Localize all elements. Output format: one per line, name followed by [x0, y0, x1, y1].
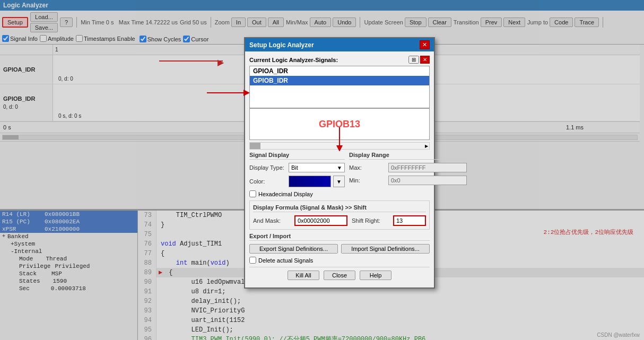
dialog-close-button[interactable]: Close — [324, 271, 355, 280]
dialog-footer: Kill All Close Help — [249, 267, 430, 283]
signals-header-buttons: ⊞ ✕ — [408, 56, 430, 64]
import-btn[interactable]: Import Signal Definitions... — [341, 244, 430, 254]
delete-signals-checkbox[interactable] — [249, 257, 256, 264]
display-type-value: Bit — [291, 164, 298, 171]
max-input[interactable] — [388, 163, 467, 172]
display-range-col: Display Range Max: Min: — [349, 152, 467, 200]
signals-expand-button[interactable]: ⊞ — [408, 56, 419, 64]
export-section: Export / Import Export Signal Definition… — [249, 233, 430, 264]
dropdown-arrow-icon: ▼ — [337, 165, 342, 171]
color-row: Color: ▼ — [249, 176, 345, 187]
export-title: Export / Import — [249, 233, 430, 241]
export-import-row: Export Signal Definitions... Import Sign… — [249, 244, 430, 254]
shift-right-label: Shift Right: — [352, 217, 389, 224]
max-label: Max: — [349, 164, 386, 171]
kill-all-button[interactable]: Kill All — [288, 271, 319, 280]
min-input[interactable] — [388, 176, 467, 185]
export-btn[interactable]: Export Signal Definitions... — [249, 244, 338, 254]
formula-title: Display Formula (Signal & Mask) >> Shift — [253, 204, 426, 212]
scroll-right-btn[interactable]: ▶ — [424, 144, 429, 149]
display-type-row: Display Type: Bit ▼ — [249, 163, 345, 172]
dialog-close-x-button[interactable]: ✕ — [420, 40, 430, 49]
color-gradient — [289, 176, 330, 187]
display-range-title: Display Range — [349, 152, 467, 160]
main-window: Logic Analyzer Setup Load... Save... ? M… — [0, 0, 644, 340]
formula-section: Display Formula (Signal & Mask) >> Shift… — [249, 200, 430, 230]
arrow-down-svg — [329, 125, 350, 151]
dialog-title-text: Setup Logic Analyzer — [249, 41, 314, 49]
signals-header: Current Logic Analyzer-Signals: ⊞ ✕ — [249, 56, 430, 64]
dialog-help-button[interactable]: Help — [360, 271, 391, 280]
hexadecimal-label: Hexadecimal Display — [258, 191, 313, 197]
delete-signals-row: Delete actual Signals — [249, 257, 430, 264]
display-type-dropdown[interactable]: Bit ▼ — [289, 163, 345, 172]
color-picker[interactable] — [289, 176, 331, 187]
color-dropdown-btn[interactable]: ▼ — [333, 176, 345, 187]
signal-list: GPIOA_IDR GPIOB_IDR — [249, 66, 430, 108]
display-type-label: Display Type: — [249, 164, 286, 171]
red-arrow-down — [329, 125, 350, 153]
signal-display-col: Signal Display Display Type: Bit ▼ Color… — [249, 152, 345, 200]
signal-display-title: Signal Display — [249, 152, 345, 160]
hexadecimal-row: Hexadecimal Display — [249, 190, 345, 197]
color-label: Color: — [249, 178, 286, 185]
signals-close-button[interactable]: ✕ — [420, 56, 430, 64]
arrow-svg — [202, 82, 255, 103]
signal-item-gpiob[interactable]: GPIOB_IDR — [250, 76, 429, 85]
shift-right-input[interactable] — [393, 215, 426, 226]
dialog-content: Current Logic Analyzer-Signals: ⊞ ✕ GPIO… — [245, 51, 434, 287]
max-row: Max: — [349, 163, 467, 172]
and-mask-input[interactable] — [294, 215, 347, 226]
scroll-thumb[interactable] — [250, 143, 260, 149]
setup-dialog: Setup Logic Analyzer ✕ Current Logic Ana… — [244, 37, 435, 289]
formula-row: And Mask: Shift Right: — [253, 215, 426, 226]
hexadecimal-checkbox[interactable] — [249, 190, 256, 197]
min-label: Min: — [349, 177, 386, 184]
signal-item-gpioa[interactable]: GPIOA_IDR — [250, 66, 429, 76]
min-row: Min: — [349, 176, 467, 185]
delete-signals-label: Delete actual Signals — [258, 257, 313, 264]
two-col-section: Signal Display Display Type: Bit ▼ Color… — [249, 152, 430, 200]
and-mask-label: And Mask: — [253, 217, 290, 224]
signals-label: Current Logic Analyzer-Signals: — [249, 57, 338, 63]
dialog-title-bar: Setup Logic Analyzer ✕ — [245, 38, 434, 51]
red-arrow-annotation — [202, 82, 255, 105]
